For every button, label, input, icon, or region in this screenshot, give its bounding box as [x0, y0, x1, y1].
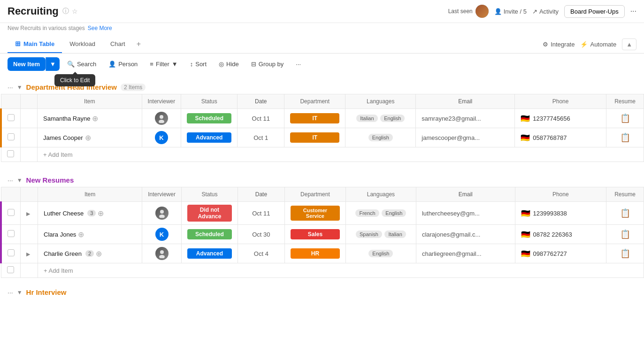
tooltip: Click to Edit — [54, 74, 95, 86]
group-hr-interview: ··· ▼ Hr Interview — [0, 285, 644, 299]
row-item-name: Samantha Rayne ⊕ — [38, 109, 142, 128]
person-label: Person — [118, 61, 138, 68]
add-item-label[interactable]: + Add Item — [38, 147, 644, 162]
add-subitem-button[interactable]: ⊕ — [98, 209, 104, 218]
star-icon[interactable]: ☆ — [72, 8, 78, 15]
interviewer-avatar — [155, 207, 169, 220]
resume-icon: 📋 — [620, 114, 630, 123]
tab-main-table-label: Main Table — [23, 40, 54, 47]
row-checkbox[interactable] — [1, 225, 21, 244]
tab-add-button[interactable]: + — [133, 35, 145, 53]
person-filter-icon: 👤 — [108, 61, 116, 68]
row-phone: 🇩🇪 0987762727 — [515, 244, 606, 263]
row-checkbox[interactable] — [1, 109, 21, 128]
add-item-label-2[interactable]: + Add Item — [38, 263, 644, 278]
row-resume[interactable]: 📋 — [606, 225, 644, 244]
app-name: Recruiting — [8, 5, 59, 17]
search-button[interactable]: 🔍 Search — [62, 58, 101, 70]
item-actions: James Cooper ⊕ — [43, 133, 136, 142]
row-resume[interactable]: 📋 — [606, 109, 644, 128]
dept-badge: HR — [291, 248, 340, 259]
integrate-button[interactable]: ⚙ Integrate — [543, 41, 575, 48]
search-icon: 🔍 — [67, 61, 75, 68]
dept-badge: Customer Service — [291, 206, 340, 221]
col-status: Status — [181, 94, 238, 109]
row-resume[interactable]: 📋 — [606, 244, 644, 263]
avatar — [475, 5, 489, 18]
person-silhouette-icon — [157, 249, 167, 258]
filter-button[interactable]: ≡ Filter ▼ — [145, 58, 182, 70]
col-check — [1, 94, 21, 109]
add-subitem-button[interactable]: ⊕ — [92, 114, 98, 123]
add-subitem-button[interactable]: ⊕ — [78, 230, 84, 239]
new-item-dropdown[interactable]: ▼ — [46, 57, 60, 71]
hide-button[interactable]: ◎ Hide — [214, 58, 244, 70]
row-checkbox[interactable] — [1, 202, 21, 225]
add-item-row-1[interactable]: + Add Item — [1, 147, 644, 162]
more-dots-icon[interactable]: ··· — [8, 84, 13, 91]
col-date: Date — [238, 187, 284, 202]
row-languages: English — [345, 128, 416, 147]
filter-label: Filter — [156, 61, 169, 68]
sort-button[interactable]: ↕ Sort — [185, 58, 211, 70]
row-date: Oct 11 — [238, 202, 284, 225]
add-item-empty — [21, 263, 38, 278]
add-item-row-2[interactable]: + Add Item — [1, 263, 644, 278]
tab-main-table[interactable]: ⊞ Main Table — [8, 35, 62, 53]
toolbar: New Item ▼ 🔍 Search 👤 Person ≡ Filter ▼ … — [0, 54, 644, 75]
tab-chart[interactable]: Chart — [103, 36, 133, 53]
add-subitem-button[interactable]: ⊕ — [96, 249, 102, 258]
add-subitem-button[interactable]: ⊕ — [85, 133, 91, 142]
col-resume: Resume — [606, 187, 644, 202]
flag-icon: 🇩🇪 — [521, 209, 530, 218]
row-status: Did not Advance — [181, 202, 238, 225]
group-title-3[interactable]: Hr Interview — [26, 288, 67, 296]
tabs-right: ⚙ Integrate ⚡ Automate ▲ — [543, 38, 636, 50]
person-icon: 👤 — [494, 8, 502, 15]
more-dots-icon-2[interactable]: ··· — [8, 177, 13, 184]
group-toggle-3[interactable]: ▼ — [17, 289, 23, 296]
table-1: Item Interviewer Status Date Department … — [0, 94, 644, 162]
automate-button[interactable]: ⚡ Automate — [580, 41, 616, 48]
group-by-button[interactable]: ⊟ Group by — [246, 58, 288, 70]
activity-button[interactable]: ↗ Activity — [532, 8, 559, 15]
row-expand[interactable]: ▶ — [21, 244, 38, 263]
resume-icon: 📋 — [620, 208, 630, 218]
col-phone: Phone — [515, 187, 606, 202]
new-item-button[interactable]: New Item — [8, 57, 46, 71]
invite-button[interactable]: 👤 Invite / 5 — [494, 8, 527, 15]
row-expand[interactable]: ▶ — [21, 202, 38, 225]
activity-icon: ↗ — [532, 8, 537, 15]
phone-cell: 🇩🇪 08782 226363 — [521, 230, 600, 239]
group-count-1: 2 Items — [121, 84, 146, 91]
person-button[interactable]: 👤 Person — [104, 58, 142, 70]
table-row: Clara Jones ⊕ K Scheduled Oct 30 Sales — [1, 225, 644, 244]
board-power-button[interactable]: Board Power-Ups — [564, 5, 625, 18]
row-phone: 🇩🇪 12377745656 — [515, 109, 606, 128]
group-icon: ⊟ — [251, 61, 256, 68]
more-options-icon[interactable]: ··· — [630, 7, 636, 15]
header-icons: ⓘ ☆ — [62, 7, 78, 15]
group-title-2[interactable]: New Resumes — [26, 176, 74, 184]
collapse-button[interactable]: ▲ — [622, 38, 636, 50]
more-toolbar-button[interactable]: ··· — [291, 58, 306, 70]
more-dots-icon-3[interactable]: ··· — [8, 289, 13, 296]
tab-workload[interactable]: Workload — [62, 36, 103, 53]
item-name-text: Luther Cheese — [44, 210, 84, 217]
see-more-link[interactable]: See More — [88, 25, 112, 31]
group-toggle-2[interactable]: ▼ — [17, 177, 23, 184]
row-languages: Italian English — [345, 109, 416, 128]
row-phone: 🇩🇪 08782 226363 — [515, 225, 606, 244]
row-resume[interactable]: 📋 — [606, 202, 644, 225]
row-date: Oct 30 — [238, 225, 284, 244]
info-icon[interactable]: ⓘ — [62, 7, 69, 15]
row-resume[interactable]: 📋 — [606, 128, 644, 147]
integrate-label: Integrate — [551, 41, 575, 48]
row-checkbox[interactable] — [1, 128, 21, 147]
interviewer-avatar: K — [155, 228, 169, 241]
flag-icon: 🇩🇪 — [521, 114, 530, 123]
row-checkbox[interactable] — [1, 244, 21, 263]
lang-badge-1: English — [368, 134, 393, 141]
row-date: Oct 1 — [238, 128, 284, 147]
group-toggle-1[interactable]: ▼ — [17, 84, 23, 91]
